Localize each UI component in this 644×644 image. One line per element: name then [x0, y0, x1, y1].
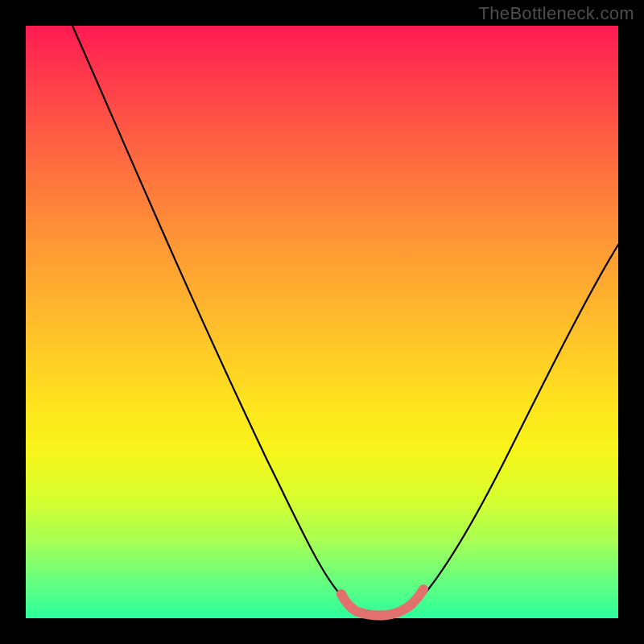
- curve-layer: [26, 26, 618, 618]
- optimal-range-highlight: [341, 589, 423, 616]
- bottleneck-curve: [72, 26, 618, 615]
- chart-frame: TheBottleneck.com: [0, 0, 644, 644]
- attribution-label: TheBottleneck.com: [479, 3, 634, 24]
- plot-area: [26, 26, 618, 618]
